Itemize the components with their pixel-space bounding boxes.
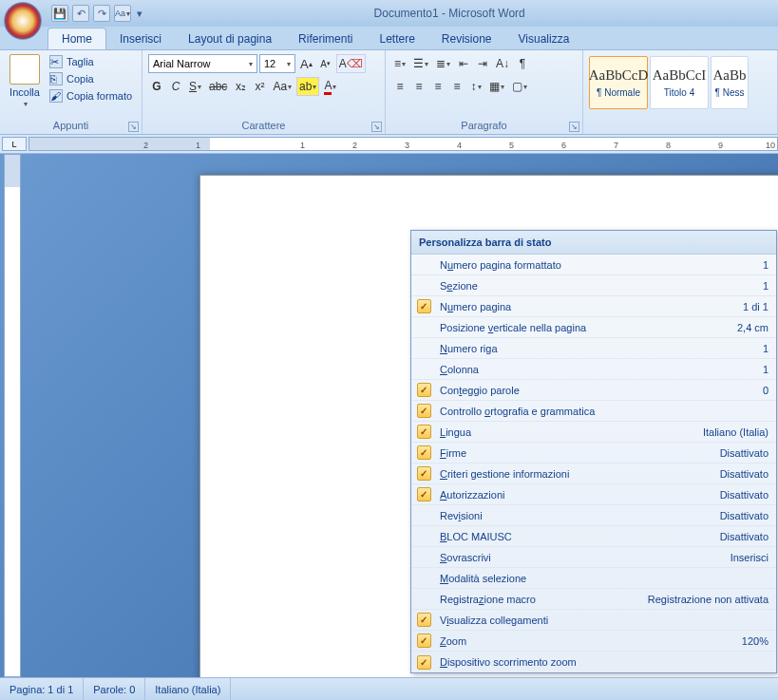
font-size-combo[interactable]: 12▾ <box>259 54 295 73</box>
justify-button[interactable]: ≡ <box>448 77 465 96</box>
italic-button[interactable]: C <box>167 77 184 96</box>
font-color-button[interactable]: A▾ <box>321 77 339 96</box>
ctx-item-9[interactable]: ✓FirmeDisattivato <box>411 443 776 464</box>
quick-access-toolbar: 💾 ↶ ↷ Aa▾ ▾ <box>51 5 144 22</box>
highlight-button[interactable]: ab▾ <box>296 77 319 96</box>
clipboard-launcher[interactable]: ↘ <box>128 122 139 132</box>
ctx-item-label: Numero pagina formattato <box>436 259 763 271</box>
style-normale[interactable]: AaBbCcD ¶ Normale <box>589 56 648 109</box>
show-marks-button[interactable]: ¶ <box>514 54 531 73</box>
subscript-button[interactable]: x₂ <box>232 77 249 96</box>
ctx-item-4[interactable]: Numero riga1 <box>411 338 776 359</box>
ctx-item-10[interactable]: ✓Criteri gestione informazioniDisattivat… <box>411 464 776 484</box>
align-left-button[interactable]: ≡ <box>391 77 408 96</box>
check-icon: ✓ <box>417 383 431 397</box>
paste-button[interactable]: Incolla ▾ <box>6 54 44 119</box>
tab-visualizza[interactable]: Visualizza <box>505 28 583 49</box>
style-titolo4[interactable]: AaBbCcI Titolo 4 <box>650 56 709 109</box>
bold-button[interactable]: G <box>148 77 165 96</box>
tab-lettere[interactable]: Lettere <box>366 28 427 49</box>
ctx-item-label: Sovrascrivi <box>436 552 731 563</box>
status-page[interactable]: Pagina: 1 di 1 <box>0 678 84 700</box>
ctx-item-13[interactable]: BLOC MAIUSCDisattivato <box>411 526 776 547</box>
ctx-item-value: Disattivato <box>720 468 776 480</box>
align-right-button[interactable]: ≡ <box>429 77 446 96</box>
ctx-item-5[interactable]: Colonna1 <box>411 359 776 380</box>
dedent-button[interactable]: ⇤ <box>455 54 472 73</box>
bullets-button[interactable]: ≡▾ <box>391 54 408 73</box>
change-case-button[interactable]: Aa▾ <box>270 77 294 96</box>
multilevel-button[interactable]: ≣▾ <box>433 54 453 73</box>
ctx-item-7[interactable]: ✓Controllo ortografia e grammatica <box>411 401 776 422</box>
tab-home[interactable]: Home <box>47 28 106 49</box>
tab-revisione[interactable]: Revisione <box>428 28 505 49</box>
font-dialog-icon[interactable]: Aa▾ <box>114 5 131 22</box>
ctx-item-17[interactable]: ✓Visualizza collegamenti <box>411 610 776 631</box>
ctx-item-value: 1 <box>763 259 776 271</box>
shading-button[interactable]: ▦▾ <box>486 77 507 96</box>
ctx-item-18[interactable]: ✓Zoom120% <box>411 631 776 652</box>
ctx-item-14[interactable]: SovrascriviInserisci <box>411 547 776 568</box>
numbering-button[interactable]: ☰▾ <box>410 54 431 73</box>
ctx-item-label: Posizione verticale nella pagina <box>436 322 737 333</box>
status-words[interactable]: Parole: 0 <box>84 678 145 700</box>
tab-inserisci[interactable]: Inserisci <box>106 28 175 49</box>
style-ness[interactable]: AaBb ¶ Ness <box>711 56 749 109</box>
group-clipboard: Incolla ▾ ✂Taglia ⎘Copia 🖌Copia formato … <box>0 50 142 134</box>
sort-button[interactable]: A↓ <box>493 54 512 73</box>
ctx-item-value: 0 <box>763 385 776 396</box>
undo-icon[interactable]: ↶ <box>72 5 89 22</box>
ctx-item-3[interactable]: Posizione verticale nella pagina2,4 cm <box>411 317 776 338</box>
ruler-corner[interactable]: L <box>2 137 27 151</box>
ruler-horizontal[interactable]: 2 1 1 2 3 4 5 6 7 8 9 10 <box>28 137 778 151</box>
align-center-button[interactable]: ≡ <box>410 77 427 96</box>
ctx-item-label: Zoom <box>436 635 742 647</box>
status-bar[interactable]: Pagina: 1 di 1 Parole: 0 Italiano (Itali… <box>0 677 778 700</box>
ctx-item-11[interactable]: ✓AutorizzazioniDisattivato <box>411 484 776 505</box>
qat-customize-icon[interactable]: ▾ <box>135 5 144 22</box>
format-painter-button[interactable]: 🖌Copia formato <box>47 88 134 104</box>
check-icon: ✓ <box>417 487 431 501</box>
line-spacing-button[interactable]: ↕▾ <box>467 77 484 96</box>
ctx-item-16[interactable]: Registrazione macroRegistrazione non att… <box>411 589 776 610</box>
ctx-item-label: BLOC MAIUSC <box>436 531 720 542</box>
ctx-item-value: Disattivato <box>720 510 776 521</box>
cut-button[interactable]: ✂Taglia <box>47 54 134 69</box>
ruler-vertical[interactable] <box>4 154 21 677</box>
grow-font-button[interactable]: A▴ <box>297 54 315 73</box>
ctx-item-1[interactable]: Sezione1 <box>411 275 776 296</box>
ctx-item-12[interactable]: RevisioniDisattivato <box>411 505 776 526</box>
ctx-item-19[interactable]: ✓Dispositivo scorrimento zoom <box>411 652 776 672</box>
shrink-font-button[interactable]: A▾ <box>317 54 334 73</box>
ctx-item-value: Registrazione non attivata <box>648 594 776 605</box>
ctx-item-15[interactable]: Modalità selezione <box>411 568 776 589</box>
ctx-item-6[interactable]: ✓Conteggio parole0 <box>411 380 776 401</box>
paragraph-launcher[interactable]: ↘ <box>569 122 579 132</box>
status-language[interactable]: Italiano (Italia) <box>145 678 231 700</box>
tab-riferimenti[interactable]: Riferimenti <box>285 28 366 49</box>
ctx-item-value: 1 di 1 <box>743 301 776 312</box>
titlebar: 💾 ↶ ↷ Aa▾ ▾ Documento1 - Microsoft Word <box>0 0 778 27</box>
font-launcher[interactable]: ↘ <box>371 122 382 132</box>
ctx-item-label: Visualizza collegamenti <box>436 615 769 626</box>
ctx-item-2[interactable]: ✓Numero pagina1 di 1 <box>411 296 776 317</box>
clear-formatting-button[interactable]: A⌫ <box>336 54 366 73</box>
ctx-item-label: Controllo ortografia e grammatica <box>436 406 769 417</box>
superscript-button[interactable]: x² <box>251 77 268 96</box>
save-icon[interactable]: 💾 <box>51 5 68 22</box>
copy-button[interactable]: ⎘Copia <box>47 71 134 86</box>
ctx-item-label: Revisioni <box>436 510 720 521</box>
ruler-area: L 2 1 1 2 3 4 5 6 7 8 9 10 <box>0 135 778 154</box>
borders-button[interactable]: ▢▾ <box>509 77 530 96</box>
indent-button[interactable]: ⇥ <box>474 54 491 73</box>
underline-button[interactable]: S▾ <box>186 77 204 96</box>
ctx-item-label: Sezione <box>436 280 763 292</box>
ctx-item-8[interactable]: ✓LinguaItaliano (Italia) <box>411 422 776 443</box>
redo-icon[interactable]: ↷ <box>93 5 110 22</box>
ctx-item-label: Firme <box>436 447 720 459</box>
tab-layout[interactable]: Layout di pagina <box>175 28 285 49</box>
strike-button[interactable]: abc <box>206 77 230 96</box>
font-name-combo[interactable]: Arial Narrow▾ <box>148 54 257 73</box>
ctx-item-0[interactable]: Numero pagina formattato1 <box>411 255 776 275</box>
office-button[interactable] <box>4 2 42 40</box>
